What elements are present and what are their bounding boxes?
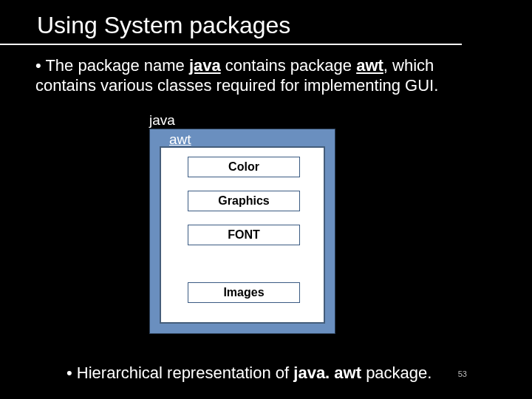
class-box: Images (188, 282, 300, 303)
bullet-1: • The package name java contains package… (35, 56, 488, 96)
inner-package-box: Color Graphics FONT Images (160, 146, 325, 324)
outer-package-label: java (149, 112, 175, 129)
class-box: Graphics (188, 191, 300, 211)
b2-suffix: package. (361, 364, 432, 382)
package-diagram: java awt Color Graphics FONT Images (149, 112, 335, 334)
inner-package-label: awt (169, 132, 191, 148)
b1-w2: awt (356, 56, 383, 75)
class-box: FONT (188, 225, 300, 245)
b1-mid: contains package (221, 56, 356, 75)
class-box: Color (188, 157, 300, 177)
b1-prefix: • The package name (35, 56, 189, 75)
b2-bold: java. awt (293, 364, 361, 382)
b1-w1: java (189, 56, 221, 75)
b2-prefix: • Hierarchical representation of (66, 364, 293, 382)
bullet-2: • Hierarchical representation of java. a… (66, 364, 502, 383)
slide-title: Using System packages (0, 0, 462, 45)
page-number: 53 (458, 369, 467, 378)
